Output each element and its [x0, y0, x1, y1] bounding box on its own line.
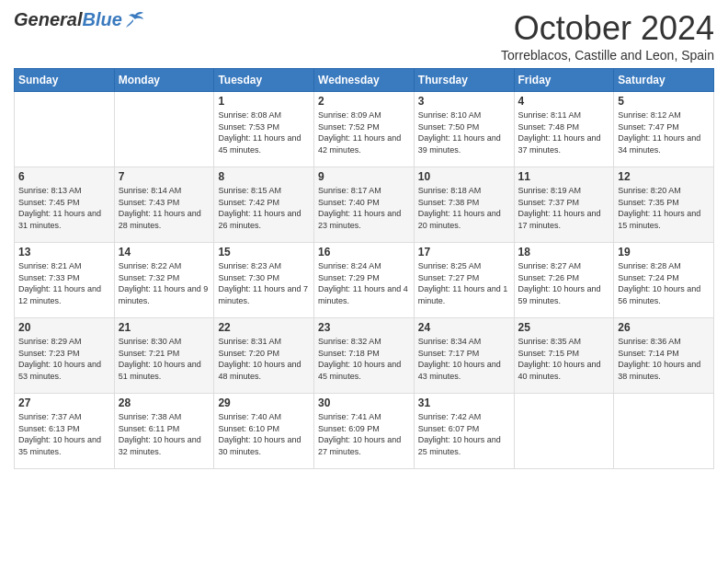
day-number: 19 [618, 246, 710, 259]
day-number: 27 [18, 396, 110, 409]
day-info: Sunrise: 8:11 AM Sunset: 7:48 PM Dayligh… [518, 109, 610, 155]
calendar-cell: 31Sunrise: 7:42 AM Sunset: 6:07 PM Dayli… [414, 394, 514, 469]
day-number: 17 [418, 246, 510, 259]
day-number: 26 [618, 321, 710, 334]
day-info: Sunrise: 8:36 AM Sunset: 7:14 PM Dayligh… [618, 336, 710, 382]
calendar-cell: 18Sunrise: 8:27 AM Sunset: 7:26 PM Dayli… [514, 243, 614, 318]
day-number: 5 [618, 95, 710, 108]
day-info: Sunrise: 8:14 AM Sunset: 7:43 PM Dayligh… [119, 185, 210, 231]
calendar-cell: 20Sunrise: 8:29 AM Sunset: 7:23 PM Dayli… [15, 318, 115, 394]
day-info: Sunrise: 7:38 AM Sunset: 6:11 PM Dayligh… [119, 411, 210, 457]
calendar-cell: 19Sunrise: 8:28 AM Sunset: 7:24 PM Dayli… [614, 243, 714, 318]
calendar-cell: 25Sunrise: 8:35 AM Sunset: 7:15 PM Dayli… [514, 318, 614, 394]
calendar-cell: 29Sunrise: 7:40 AM Sunset: 6:10 PM Dayli… [214, 394, 314, 469]
calendar: SundayMondayTuesdayWednesdayThursdayFrid… [14, 68, 714, 469]
day-info: Sunrise: 8:09 AM Sunset: 7:52 PM Dayligh… [318, 109, 410, 155]
day-info: Sunrise: 8:08 AM Sunset: 7:53 PM Dayligh… [218, 109, 310, 155]
calendar-header-friday: Friday [514, 69, 614, 92]
calendar-cell [114, 92, 214, 167]
day-info: Sunrise: 8:35 AM Sunset: 7:15 PM Dayligh… [518, 336, 610, 382]
calendar-header-monday: Monday [114, 69, 214, 92]
calendar-cell: 9Sunrise: 8:17 AM Sunset: 7:40 PM Daylig… [314, 167, 415, 243]
calendar-cell: 3Sunrise: 8:10 AM Sunset: 7:50 PM Daylig… [414, 92, 514, 167]
calendar-cell: 27Sunrise: 7:37 AM Sunset: 6:13 PM Dayli… [15, 394, 115, 469]
calendar-cell: 6Sunrise: 8:13 AM Sunset: 7:45 PM Daylig… [15, 167, 115, 243]
day-number: 29 [218, 396, 310, 409]
header: General Blue October 2024 Torreblacos, C… [14, 9, 714, 63]
calendar-cell: 30Sunrise: 7:41 AM Sunset: 6:09 PM Dayli… [314, 394, 415, 469]
day-info: Sunrise: 8:32 AM Sunset: 7:18 PM Dayligh… [318, 336, 410, 382]
day-number: 2 [318, 95, 410, 108]
day-number: 4 [518, 95, 610, 108]
calendar-header-sunday: Sunday [15, 69, 115, 92]
day-number: 9 [318, 170, 410, 183]
day-number: 12 [618, 170, 710, 183]
calendar-cell: 15Sunrise: 8:23 AM Sunset: 7:30 PM Dayli… [214, 243, 314, 318]
calendar-cell: 8Sunrise: 8:15 AM Sunset: 7:42 PM Daylig… [214, 167, 314, 243]
calendar-week-3: 13Sunrise: 8:21 AM Sunset: 7:33 PM Dayli… [15, 243, 714, 318]
day-number: 15 [218, 246, 310, 259]
day-info: Sunrise: 7:42 AM Sunset: 6:07 PM Dayligh… [418, 411, 510, 457]
day-info: Sunrise: 8:29 AM Sunset: 7:23 PM Dayligh… [18, 336, 110, 382]
day-info: Sunrise: 8:21 AM Sunset: 7:33 PM Dayligh… [18, 260, 110, 306]
calendar-cell: 12Sunrise: 8:20 AM Sunset: 7:35 PM Dayli… [614, 167, 714, 243]
calendar-cell [614, 394, 714, 469]
calendar-cell: 26Sunrise: 8:36 AM Sunset: 7:14 PM Dayli… [614, 318, 714, 394]
day-number: 1 [218, 95, 310, 108]
day-info: Sunrise: 8:30 AM Sunset: 7:21 PM Dayligh… [119, 336, 210, 382]
calendar-week-1: 1Sunrise: 8:08 AM Sunset: 7:53 PM Daylig… [15, 92, 714, 167]
day-number: 3 [418, 95, 510, 108]
page: General Blue October 2024 Torreblacos, C… [0, 0, 728, 478]
calendar-cell: 16Sunrise: 8:24 AM Sunset: 7:29 PM Dayli… [314, 243, 415, 318]
day-number: 31 [418, 396, 510, 409]
calendar-week-5: 27Sunrise: 7:37 AM Sunset: 6:13 PM Dayli… [15, 394, 714, 469]
day-number: 25 [518, 321, 610, 334]
day-info: Sunrise: 8:34 AM Sunset: 7:17 PM Dayligh… [418, 336, 510, 382]
day-info: Sunrise: 7:37 AM Sunset: 6:13 PM Dayligh… [18, 411, 110, 457]
day-number: 10 [418, 170, 510, 183]
calendar-cell: 4Sunrise: 8:11 AM Sunset: 7:48 PM Daylig… [514, 92, 614, 167]
day-info: Sunrise: 8:13 AM Sunset: 7:45 PM Dayligh… [18, 185, 110, 231]
calendar-cell: 13Sunrise: 8:21 AM Sunset: 7:33 PM Dayli… [15, 243, 115, 318]
day-number: 22 [218, 321, 310, 334]
day-number: 21 [119, 321, 210, 334]
day-number: 11 [518, 170, 610, 183]
day-number: 6 [18, 170, 110, 183]
day-number: 16 [318, 246, 410, 259]
calendar-cell: 21Sunrise: 8:30 AM Sunset: 7:21 PM Dayli… [114, 318, 214, 394]
day-info: Sunrise: 8:25 AM Sunset: 7:27 PM Dayligh… [418, 260, 510, 306]
calendar-cell: 11Sunrise: 8:19 AM Sunset: 7:37 PM Dayli… [514, 167, 614, 243]
day-number: 30 [318, 396, 410, 409]
day-info: Sunrise: 8:10 AM Sunset: 7:50 PM Dayligh… [418, 109, 510, 155]
calendar-week-4: 20Sunrise: 8:29 AM Sunset: 7:23 PM Dayli… [15, 318, 714, 394]
day-info: Sunrise: 8:28 AM Sunset: 7:24 PM Dayligh… [618, 260, 710, 306]
calendar-cell: 22Sunrise: 8:31 AM Sunset: 7:20 PM Dayli… [214, 318, 314, 394]
calendar-cell: 28Sunrise: 7:38 AM Sunset: 6:11 PM Dayli… [114, 394, 214, 469]
day-number: 8 [218, 170, 310, 183]
day-number: 13 [18, 246, 110, 259]
logo: General Blue [14, 9, 144, 30]
calendar-header-wednesday: Wednesday [314, 69, 415, 92]
day-info: Sunrise: 8:19 AM Sunset: 7:37 PM Dayligh… [518, 185, 610, 231]
day-info: Sunrise: 7:41 AM Sunset: 6:09 PM Dayligh… [318, 411, 410, 457]
day-info: Sunrise: 8:12 AM Sunset: 7:47 PM Dayligh… [618, 109, 710, 155]
location-subtitle: Torreblacos, Castille and Leon, Spain [501, 48, 714, 63]
calendar-cell: 10Sunrise: 8:18 AM Sunset: 7:38 PM Dayli… [414, 167, 514, 243]
title-section: October 2024 Torreblacos, Castille and L… [501, 9, 714, 63]
day-info: Sunrise: 8:22 AM Sunset: 7:32 PM Dayligh… [119, 260, 210, 306]
calendar-week-2: 6Sunrise: 8:13 AM Sunset: 7:45 PM Daylig… [15, 167, 714, 243]
day-info: Sunrise: 8:15 AM Sunset: 7:42 PM Dayligh… [218, 185, 310, 231]
day-number: 28 [119, 396, 210, 409]
calendar-header-tuesday: Tuesday [214, 69, 314, 92]
day-info: Sunrise: 8:24 AM Sunset: 7:29 PM Dayligh… [318, 260, 410, 306]
calendar-cell: 2Sunrise: 8:09 AM Sunset: 7:52 PM Daylig… [314, 92, 415, 167]
day-info: Sunrise: 8:31 AM Sunset: 7:20 PM Dayligh… [218, 336, 310, 382]
month-title: October 2024 [501, 9, 714, 48]
day-number: 18 [518, 246, 610, 259]
calendar-cell: 17Sunrise: 8:25 AM Sunset: 7:27 PM Dayli… [414, 243, 514, 318]
day-info: Sunrise: 8:23 AM Sunset: 7:30 PM Dayligh… [218, 260, 310, 306]
calendar-header-row: SundayMondayTuesdayWednesdayThursdayFrid… [15, 69, 714, 92]
day-info: Sunrise: 8:27 AM Sunset: 7:26 PM Dayligh… [518, 260, 610, 306]
logo-bird-icon [124, 11, 144, 29]
day-info: Sunrise: 8:18 AM Sunset: 7:38 PM Dayligh… [418, 185, 510, 231]
